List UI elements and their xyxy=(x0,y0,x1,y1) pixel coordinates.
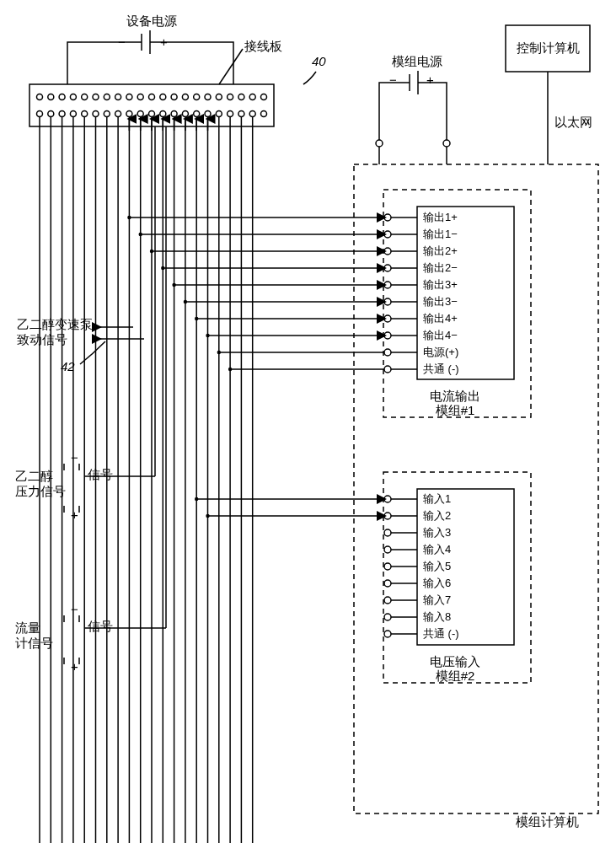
control-computer: 控制计算机 以太网 xyxy=(506,25,592,164)
svg-point-6 xyxy=(376,140,383,147)
module-pin xyxy=(384,366,391,373)
terminal-pin xyxy=(238,94,244,100)
svg-point-7 xyxy=(443,140,450,147)
terminal-pin xyxy=(37,111,43,117)
terminal-pin xyxy=(160,94,166,100)
svg-point-46 xyxy=(206,334,209,337)
module-computer-label: 模组计算机 xyxy=(516,814,579,829)
terminal-pin xyxy=(249,111,255,117)
module-pin xyxy=(384,349,391,356)
terminal-pin xyxy=(104,111,110,117)
terminal-pin xyxy=(115,94,121,100)
terminal-pin xyxy=(216,111,222,117)
terminal-pin xyxy=(238,111,244,117)
terminal-pin xyxy=(37,94,43,100)
terminal-pin xyxy=(137,111,143,117)
module-pin xyxy=(384,282,391,288)
module-pin xyxy=(384,315,391,322)
pin-label: 输出4− xyxy=(423,329,458,341)
pin-label: 输出1− xyxy=(423,228,458,240)
module-pin xyxy=(384,231,391,238)
callout-ref: 42 xyxy=(61,359,75,373)
terminal-pin xyxy=(115,111,121,117)
svg-point-42 xyxy=(161,266,164,270)
terminal-board-label: 接线板 xyxy=(244,39,282,53)
ethernet-label: 以太网 xyxy=(554,115,592,129)
terminal-pin xyxy=(171,111,177,117)
module-pin xyxy=(384,614,391,620)
svg-rect-26 xyxy=(383,472,531,683)
module-pin xyxy=(384,214,391,221)
pin-label: 输入1 xyxy=(423,492,451,505)
svg-text:+: + xyxy=(71,659,78,674)
module-pin xyxy=(384,580,391,587)
terminal-pin xyxy=(126,111,132,117)
terminal-pin xyxy=(149,111,155,117)
pin-label: 电源(+) xyxy=(423,346,458,358)
svg-text:致动信号: 致动信号 xyxy=(17,332,67,346)
svg-text:+: + xyxy=(71,507,78,522)
pin-label: 输入7 xyxy=(423,593,451,606)
terminal-pin xyxy=(228,111,233,117)
terminal-pin xyxy=(149,94,155,100)
module-pin xyxy=(384,496,391,502)
terminal-pin xyxy=(70,111,76,117)
terminal-pin xyxy=(249,94,255,100)
pin-label: 输出2− xyxy=(423,261,458,274)
voltage-input-module: 电压输入 模组#2 输入1输入2输入3输入4输入5输入6输入7输入8共通 (-) xyxy=(383,472,531,683)
module-pin xyxy=(384,332,391,339)
terminal-pin xyxy=(59,94,65,100)
bus-wires xyxy=(40,117,253,843)
svg-point-47 xyxy=(217,351,221,354)
terminal-pin xyxy=(216,94,222,100)
svg-text:模组#1: 模组#1 xyxy=(436,403,475,417)
svg-point-41 xyxy=(150,250,153,253)
terminal-pin xyxy=(48,94,54,100)
pin-label: 输入6 xyxy=(423,577,451,589)
svg-point-44 xyxy=(184,300,187,303)
pin-label: 输入8 xyxy=(423,610,451,623)
pin-label: 输出2+ xyxy=(423,244,458,257)
svg-point-39 xyxy=(127,216,131,219)
terminal-pin xyxy=(93,94,99,100)
current-output-module: 电流输出 模组#1 输出1+输出1−输出2+输出2−输出3+输出3−输出4+输出… xyxy=(383,190,531,417)
terminal-pin xyxy=(261,111,267,117)
svg-text:计信号: 计信号 xyxy=(15,636,53,650)
terminal-board-leader xyxy=(219,49,243,84)
terminal-pin xyxy=(205,111,211,117)
flow-meter-signal: 流量 计信号 − 信号 + xyxy=(15,126,166,674)
module-power: 模组电源 − + xyxy=(376,54,450,164)
terminal-pin xyxy=(104,94,110,100)
svg-point-48 xyxy=(228,368,232,371)
terminal-pin xyxy=(59,111,65,117)
svg-text:乙二醇变速泵: 乙二醇变速泵 xyxy=(17,317,93,331)
svg-text:电压输入: 电压输入 xyxy=(430,654,480,668)
svg-text:电流输出: 电流输出 xyxy=(430,389,480,403)
terminal-pin xyxy=(93,111,99,117)
terminal-pin xyxy=(261,94,267,100)
figure-ref: 40 xyxy=(303,54,326,84)
device-power: 设备电源 − + xyxy=(67,13,233,84)
module-power-label: 模组电源 xyxy=(392,54,442,68)
pin-label: 输入3 xyxy=(423,526,451,539)
svg-point-50 xyxy=(206,514,209,518)
pin-label: 输入5 xyxy=(423,560,451,572)
svg-text:模组#2: 模组#2 xyxy=(436,668,475,683)
svg-text:乙二醇: 乙二醇 xyxy=(15,469,53,483)
pin-label: 共通 (-) xyxy=(423,362,459,375)
terminal-pin xyxy=(182,94,188,100)
module-pin xyxy=(384,597,391,604)
svg-text:−: − xyxy=(71,602,78,616)
terminal-pin xyxy=(182,111,188,117)
svg-point-45 xyxy=(195,317,198,320)
control-computer-label: 控制计算机 xyxy=(517,40,580,55)
svg-point-43 xyxy=(172,283,175,287)
pin-label: 输出3− xyxy=(423,295,458,308)
plus-icon: + xyxy=(426,72,434,87)
pin-label: 输入4 xyxy=(423,543,451,556)
svg-text:信号: 信号 xyxy=(88,619,113,633)
module-pin xyxy=(384,631,391,637)
svg-point-40 xyxy=(139,233,142,236)
terminal-pin xyxy=(194,111,200,117)
svg-text:40: 40 xyxy=(312,54,326,68)
